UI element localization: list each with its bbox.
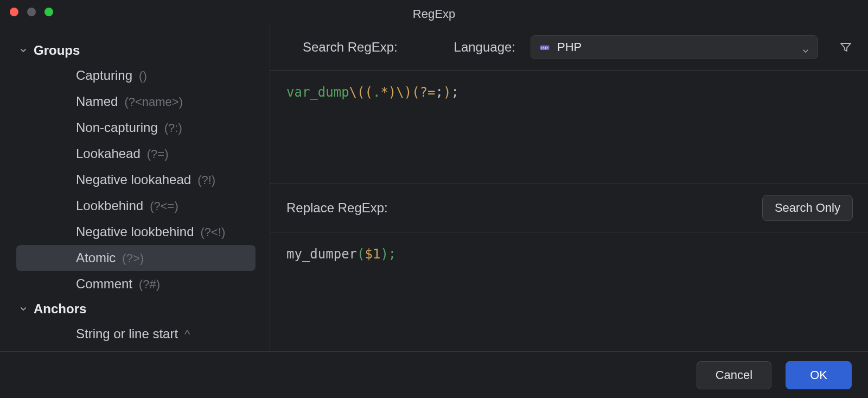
code-token: ( — [365, 85, 373, 100]
dialog-body: GroupsCapturing()Named(?<name>)Non-captu… — [0, 24, 868, 351]
code-token: my_dumper — [286, 247, 357, 262]
tree-item[interactable]: Negative lookbehind(?<!) — [16, 219, 256, 245]
tree-item-syntax: (?:) — [164, 121, 182, 135]
search-header: Search RegExp: Language: PHP PHP — [270, 24, 868, 70]
dialog-footer: Cancel OK — [0, 351, 868, 398]
code-token: ; — [436, 85, 443, 100]
language-select[interactable]: PHP PHP — [531, 35, 818, 59]
code-token: ; — [451, 85, 458, 100]
titlebar: RegExp — [0, 0, 868, 24]
code-token: \( — [349, 85, 365, 100]
regexp-dialog: RegExp GroupsCapturing()Named(?<name>)No… — [0, 0, 868, 398]
tree-item-syntax: (?#) — [139, 277, 160, 292]
tree-group-header[interactable]: Anchors — [0, 297, 270, 321]
close-window-button[interactable] — [10, 8, 18, 16]
filter-icon[interactable] — [839, 40, 853, 54]
tree-item-syntax: (?!) — [197, 173, 215, 187]
search-regexp-editor[interactable]: var_dump\((.*)\)(?=;); — [270, 71, 868, 184]
tree-item-syntax: () — [139, 69, 147, 83]
tree-item[interactable]: Comment(?#) — [16, 271, 256, 297]
code-token: (?= — [412, 85, 435, 100]
tree-item-label: Negative lookahead — [76, 172, 191, 187]
tree-group-header[interactable]: Groups — [0, 39, 270, 62]
ok-button[interactable]: OK — [786, 361, 852, 389]
window-controls — [10, 8, 53, 16]
tree-item[interactable]: Non-capturing(?:) — [16, 115, 256, 141]
code-token: ) — [443, 85, 451, 100]
tree-item-label: Capturing — [76, 68, 132, 83]
chevron-down-icon — [20, 47, 27, 54]
search-regexp-label: Search RegExp: — [303, 40, 398, 55]
tree-item[interactable]: Atomic(?>) — [16, 245, 256, 271]
code-token: ; — [388, 247, 396, 262]
tree-item-syntax: (?=) — [147, 147, 169, 161]
tree-group-title: Groups — [34, 43, 80, 58]
tree-item[interactable]: Named(?<name>) — [16, 89, 256, 115]
tree-item[interactable]: Lookbehind(?<=) — [16, 193, 256, 219]
replace-regexp-label: Replace RegExp: — [286, 200, 388, 216]
code-token: ) — [388, 85, 396, 100]
tree-item-syntax: (?<!) — [201, 225, 226, 239]
tree-item[interactable]: String or line start^ — [16, 321, 256, 347]
tree-item-label: Negative lookbehind — [76, 224, 194, 239]
code-token: * — [380, 85, 388, 100]
tree-item-syntax: ^ — [184, 327, 190, 342]
tree-item[interactable]: Negative lookahead(?!) — [16, 167, 256, 193]
language-value: PHP — [557, 40, 796, 54]
language-label: Language: — [454, 40, 515, 55]
code-token: var_dump — [286, 85, 349, 100]
tree-item-label: Comment — [76, 276, 132, 292]
svg-text:PHP: PHP — [541, 46, 548, 49]
tree-item-label: Lookahead — [76, 146, 141, 161]
tree-item-label: Non-capturing — [76, 120, 158, 135]
chevron-down-icon — [802, 43, 810, 51]
zoom-window-button[interactable] — [44, 8, 53, 16]
code-token: $1 — [365, 247, 381, 262]
php-icon: PHP — [539, 41, 551, 53]
tree-item-label: Atomic — [76, 250, 116, 266]
replace-header: Replace RegExp: Search Only — [270, 184, 868, 232]
regex-reference-sidebar: GroupsCapturing()Named(?<name>)Non-captu… — [0, 24, 270, 351]
tree-item-syntax: (?<name>) — [124, 95, 183, 109]
replace-regexp-editor[interactable]: my_dumper($1); — [270, 232, 868, 313]
tree-item[interactable]: Lookahead(?=) — [16, 141, 256, 167]
tree-item-label: Named — [76, 94, 118, 109]
tree-item-label: String or line start — [76, 326, 178, 342]
tree-item-syntax: (?<=) — [150, 199, 178, 213]
code-token: ( — [357, 247, 365, 262]
code-token: . — [373, 85, 380, 100]
cancel-button[interactable]: Cancel — [697, 361, 771, 389]
tree-group-title: Anchors — [34, 301, 86, 317]
tree-item-syntax: (?>) — [122, 251, 144, 266]
tree-item[interactable]: Capturing() — [16, 62, 256, 89]
main-panel: Search RegExp: Language: PHP PHP var_dum… — [270, 24, 868, 351]
search-only-button[interactable]: Search Only — [762, 195, 853, 221]
code-token: ) — [380, 247, 388, 262]
minimize-window-button[interactable] — [27, 8, 36, 16]
window-title: RegExp — [413, 4, 455, 21]
code-token: \) — [396, 85, 412, 100]
tree-item-label: Lookbehind — [76, 198, 143, 213]
chevron-down-icon — [20, 305, 27, 313]
